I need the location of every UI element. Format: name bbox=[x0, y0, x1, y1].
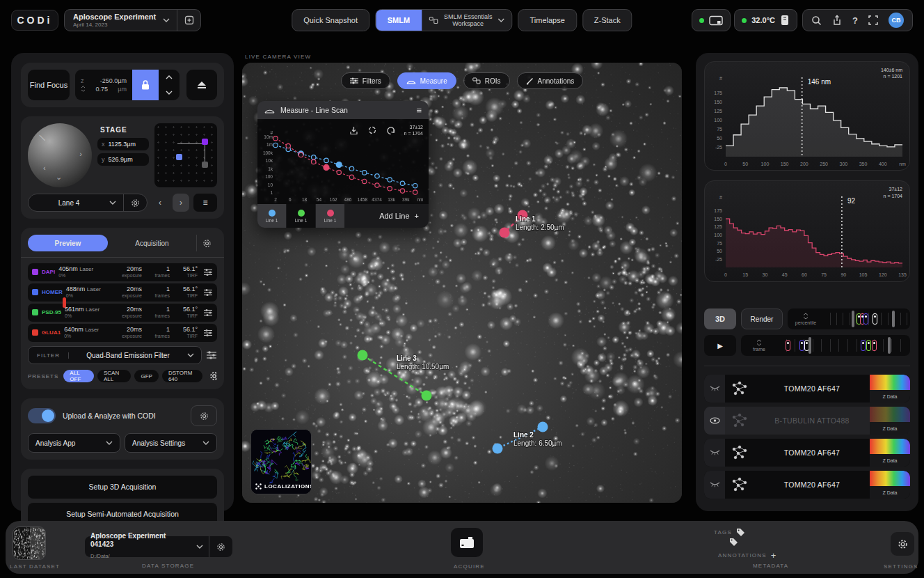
slider-pin[interactable] bbox=[799, 340, 804, 351]
laser-sliders-button[interactable] bbox=[198, 288, 213, 297]
line-tab-1[interactable]: Line 1 bbox=[257, 204, 287, 228]
exposure-cell[interactable]: 20msexposure bbox=[114, 306, 142, 319]
eye-closed-icon[interactable] bbox=[710, 450, 720, 455]
filters-tool-button[interactable]: Filters bbox=[341, 72, 390, 89]
frames-cell[interactable]: 1frames bbox=[142, 286, 170, 299]
eye-closed-icon[interactable] bbox=[710, 482, 720, 487]
eye-open-icon[interactable] bbox=[710, 417, 720, 424]
slider-pin[interactable] bbox=[866, 340, 871, 351]
tirf-cell[interactable]: 56.1°TIRF bbox=[170, 306, 198, 319]
measurement-line-1[interactable]: Line 1Length: 2.50µm bbox=[500, 210, 564, 238]
experiment-select[interactable]: Aploscope Experiment April 14, 2023 bbox=[64, 9, 201, 31]
exposure-cell[interactable]: 20msexposure bbox=[114, 266, 142, 279]
render-button[interactable]: Render bbox=[741, 308, 783, 329]
preset-dstorm-640[interactable]: DSTORM 640 bbox=[162, 370, 202, 382]
laser-sliders-button[interactable] bbox=[198, 268, 213, 276]
line-tab-3[interactable]: Line 1 bbox=[316, 204, 345, 228]
timelapse-button[interactable]: Timelapse bbox=[518, 9, 576, 31]
tab-acquisition[interactable]: Acquisition bbox=[112, 235, 192, 251]
channel-row[interactable]: TOMM20 AF647Z Data bbox=[704, 471, 910, 499]
channels-settings-button[interactable] bbox=[196, 235, 217, 251]
z-down-button[interactable] bbox=[159, 85, 180, 100]
analysis-settings-select[interactable]: Analysis Settings bbox=[125, 433, 217, 453]
rois-tool-button[interactable]: ROIs bbox=[463, 72, 510, 89]
localizations-thumbnail[interactable]: LOCALIZATIONS bbox=[250, 429, 312, 494]
tag-icon[interactable] bbox=[736, 528, 745, 537]
slider-range-bar[interactable] bbox=[852, 311, 854, 327]
fullscreen-icon[interactable] bbox=[868, 15, 878, 25]
undo-icon[interactable] bbox=[386, 126, 395, 135]
slider-pin[interactable] bbox=[861, 340, 866, 351]
tirf-cell[interactable]: 56.1°TIRF bbox=[170, 327, 198, 339]
minimap-waypoint[interactable] bbox=[202, 162, 208, 168]
setup-3d-button[interactable]: Setup 3D Acquisition bbox=[28, 476, 217, 499]
slider-pin[interactable] bbox=[873, 313, 877, 325]
eye-closed-icon[interactable] bbox=[710, 386, 720, 391]
annotations-tool-button[interactable]: Annotations bbox=[517, 72, 584, 89]
tab-preview[interactable]: Preview bbox=[28, 235, 108, 251]
exposure-cell[interactable]: 20msexposure bbox=[114, 327, 142, 339]
tirf-cell[interactable]: 56.1°TIRF bbox=[170, 286, 198, 299]
presets-gear-icon[interactable] bbox=[209, 371, 217, 381]
add-line-button[interactable]: Add Line + bbox=[345, 204, 429, 228]
minimap-target-position[interactable] bbox=[202, 139, 208, 145]
refresh-target-icon[interactable] bbox=[367, 125, 377, 135]
exposure-cell[interactable]: 20msexposure bbox=[114, 286, 142, 299]
visibility-toggle[interactable] bbox=[704, 407, 725, 435]
visibility-toggle[interactable] bbox=[704, 375, 725, 403]
save-experiment-button[interactable] bbox=[177, 10, 200, 31]
channel-row[interactable]: B-TUBULIN ATTO488Z Data bbox=[704, 407, 910, 435]
laser-row-homer[interactable]: HOMER488nm Laser0%20msexposure1frames56.… bbox=[28, 283, 217, 302]
last-dataset-thumbnail[interactable] bbox=[13, 526, 46, 560]
tag-icon[interactable] bbox=[729, 538, 738, 547]
frames-cell[interactable]: 1frames bbox=[142, 266, 170, 279]
visibility-toggle[interactable] bbox=[704, 471, 725, 499]
help-icon[interactable]: ? bbox=[852, 15, 858, 26]
measurement-line-2[interactable]: Line 2Length: 6.50µm bbox=[493, 422, 562, 454]
z-colormap-swatch[interactable] bbox=[870, 439, 910, 454]
minimap-current-position[interactable] bbox=[176, 154, 182, 160]
slider-pin[interactable] bbox=[872, 340, 877, 351]
line-tab-2[interactable]: Line 1 bbox=[287, 204, 316, 228]
laser-row-glua1[interactable]: GLUA1640nm Laser0%20msexposure1frames56.… bbox=[28, 324, 217, 342]
3d-button[interactable]: 3D bbox=[704, 308, 736, 329]
laser-row-dapi[interactable]: DAPI405nm Laser0%20msexposure1frames56.1… bbox=[28, 263, 217, 281]
add-annotation-button[interactable]: + bbox=[771, 550, 776, 561]
z-up-button[interactable] bbox=[159, 70, 180, 85]
measurement-line-3[interactable]: Line 3Length: 10.50µm bbox=[358, 350, 449, 401]
z-colormap-swatch[interactable] bbox=[870, 471, 910, 486]
laser-row-psd-95[interactable]: PSD-95561nm Laser0%20msexposure1frames56… bbox=[28, 304, 217, 322]
analyze-settings-button[interactable] bbox=[191, 405, 217, 426]
analysis-app-select[interactable]: Analysis App bbox=[28, 433, 120, 453]
channel-row[interactable]: TOMM20 AF647Z Data bbox=[704, 375, 910, 403]
camera-status[interactable] bbox=[692, 9, 731, 31]
slider-pin[interactable] bbox=[863, 313, 868, 325]
storage-settings-button[interactable] bbox=[209, 536, 232, 557]
stage-joystick[interactable]: › ⌄ — ‹ bbox=[28, 123, 92, 187]
settings-button[interactable] bbox=[891, 532, 914, 556]
eject-button[interactable] bbox=[186, 70, 217, 100]
laser-sliders-button[interactable] bbox=[198, 308, 213, 317]
frames-cell[interactable]: 1frames bbox=[142, 327, 170, 339]
z-colormap-swatch[interactable] bbox=[870, 375, 910, 390]
zstack-button[interactable]: Z-Stack bbox=[582, 9, 632, 31]
lane-list-button[interactable]: ≡ bbox=[193, 194, 217, 212]
channel-row[interactable]: TOMM20 AF647Z Data bbox=[704, 439, 910, 467]
emission-filter-select[interactable]: FILTER Quad-Band Emission Filter bbox=[28, 346, 202, 364]
preset-gfp[interactable]: GFP bbox=[134, 370, 158, 382]
preset-all-off[interactable]: ALL OFF bbox=[63, 370, 94, 382]
z-colormap-swatch[interactable] bbox=[870, 407, 910, 422]
share-icon[interactable] bbox=[832, 15, 842, 26]
find-focus-button[interactable]: Find Focus bbox=[28, 70, 70, 100]
measure-line-scan-panel[interactable]: Measure - Line Scan ≡ 37±12 n = 1704 #10… bbox=[257, 101, 429, 228]
play-button[interactable]: ▶ bbox=[704, 335, 736, 356]
storage-select[interactable]: Aploscope Experiment 041423 D:/Data/ bbox=[85, 536, 209, 557]
workspace-select[interactable]: SMLM Essentials Workspace bbox=[422, 10, 512, 31]
quick-snapshot-button[interactable]: Quick Snapshot bbox=[292, 9, 369, 31]
slider-range-bar[interactable] bbox=[888, 337, 891, 354]
filter-sliders-icon[interactable] bbox=[206, 350, 217, 360]
upload-analyze-toggle[interactable] bbox=[28, 408, 56, 423]
z-lock-button[interactable] bbox=[132, 70, 159, 100]
avatar[interactable]: CB bbox=[889, 13, 904, 28]
visibility-toggle[interactable] bbox=[704, 439, 725, 467]
